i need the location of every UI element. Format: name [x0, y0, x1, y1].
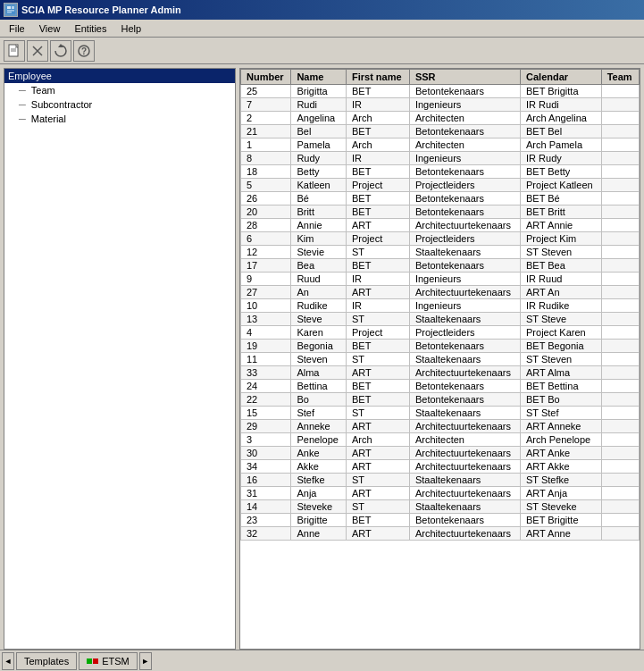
cell-number: 5 [241, 179, 291, 192]
cell-firstname: BET [346, 514, 409, 527]
cell-ssr: Projectleiders [409, 326, 520, 340]
tree-item-material[interactable]: ─ Material [15, 112, 235, 126]
cell-calendar: ART Annie [521, 219, 602, 232]
tree-item-employee[interactable]: Employee [4, 69, 235, 83]
cell-ssr: Architectuurtekenaars [409, 487, 520, 500]
table-row[interactable]: 25BrigittaBETBetontekenaarsBET Brigitta [241, 85, 640, 98]
table-row[interactable]: 22BoBETBetontekenaarsBET Bo [241, 393, 640, 407]
table-row[interactable]: 7RudiIRIngenieursIR Rudi [241, 98, 640, 112]
table-row[interactable]: 24BettinaBETBetontekenaarsBET Bettina [241, 380, 640, 393]
cell-calendar: ART Anneke [521, 420, 602, 433]
table-row[interactable]: 20BrittBETBetontekenaarsBET Britt [241, 205, 640, 219]
cell-number: 34 [241, 460, 291, 474]
col-header-ssr: SSR [409, 70, 520, 85]
cell-name: Begonia [291, 340, 347, 353]
etsm-tab[interactable]: ETSM [79, 652, 138, 670]
material-label: Material [31, 113, 66, 124]
table-row[interactable]: 26BéBETBetontekenaarsBET Bé [241, 192, 640, 205]
tree-item-subcontractor[interactable]: ─ Subcontractor [15, 97, 235, 112]
table-row[interactable]: 3PenelopeArchArchitectenArch Penelope [241, 433, 640, 447]
col-header-team: Team [601, 70, 639, 85]
table-row[interactable]: 2AngelinaArchArchitectenArch Angelina [241, 112, 640, 125]
cell-team [601, 219, 639, 232]
cell-name: Rudike [291, 299, 347, 313]
table-row[interactable]: 30AnkeARTArchitectuurtekenaarsART Anke [241, 447, 640, 460]
table-row[interactable]: 13SteveSTStaaltekenaarsST Steve [241, 313, 640, 326]
table-row[interactable]: 34AkkeARTArchitectuurtekenaarsART Akke [241, 460, 640, 474]
cell-ssr: Architectuurtekenaars [409, 366, 520, 380]
cell-team [601, 447, 639, 460]
cell-team [601, 527, 639, 541]
cell-calendar: IR Rudy [521, 152, 602, 165]
cell-ssr: Betontekenaars [409, 380, 520, 393]
table-row[interactable]: 33AlmaARTArchitectuurtekenaarsART Alma [241, 366, 640, 380]
table-row[interactable]: 18BettyBETBetontekenaarsBET Betty [241, 165, 640, 179]
cell-number: 10 [241, 299, 291, 313]
cell-name: Steve [291, 313, 347, 326]
cell-firstname: BET [346, 259, 409, 273]
menu-help[interactable]: Help [113, 21, 148, 36]
table-row[interactable]: 10RudikeIRIngenieursIR Rudike [241, 299, 640, 313]
new-button[interactable] [4, 40, 25, 62]
cell-calendar: ART Anke [521, 447, 602, 460]
cell-team [601, 393, 639, 407]
table-row[interactable]: 23BrigitteBETBetontekenaarsBET Brigitte [241, 514, 640, 527]
table-row[interactable]: 6KimProjectProjectleidersProject Kim [241, 232, 640, 246]
menu-view[interactable]: View [32, 21, 68, 36]
scroll-left-button[interactable]: ◄ [2, 652, 14, 670]
help-button[interactable]: ? [73, 40, 95, 62]
cell-firstname: ST [346, 313, 409, 326]
table-row[interactable]: 8RudyIRIngenieursIR Rudy [241, 152, 640, 165]
cell-name: Stef [291, 407, 347, 420]
table-row[interactable]: 1PamelaArchArchitectenArch Pamela [241, 138, 640, 152]
table-row[interactable]: 14StevekeSTStaaltekenaarsST Steveke [241, 500, 640, 514]
table-row[interactable]: 31AnjaARTArchitectuurtekenaarsART Anja [241, 487, 640, 500]
cell-number: 21 [241, 125, 291, 138]
refresh-button[interactable] [50, 40, 71, 62]
col-header-number: Number [241, 70, 291, 85]
table-row[interactable]: 21BelBETBetontekenaarsBET Bel [241, 125, 640, 138]
table-row[interactable]: 5KatleenProjectProjectleidersProject Kat… [241, 179, 640, 192]
cell-team [601, 500, 639, 514]
cell-number: 4 [241, 326, 291, 340]
table-row[interactable]: 11StevenSTStaaltekenaarsST Steven [241, 353, 640, 366]
close-button[interactable] [27, 40, 48, 62]
cell-calendar: Arch Pamela [521, 138, 602, 152]
cell-number: 7 [241, 98, 291, 112]
table-row[interactable]: 27AnARTArchitectuurtekenaarsART An [241, 286, 640, 299]
cell-ssr: Betontekenaars [409, 125, 520, 138]
cell-team [601, 353, 639, 366]
table-row[interactable]: 28AnnieARTArchitectuurtekenaarsART Annie [241, 219, 640, 232]
table-row[interactable]: 19BegoniaBETBetontekenaarsBET Begonia [241, 340, 640, 353]
table-row[interactable]: 16StefkeSTStaaltekenaarsST Stefke [241, 474, 640, 487]
table-row[interactable]: 15StefSTStaaltekenaarsST Stef [241, 407, 640, 420]
table-row[interactable]: 32AnneARTArchitectuurtekenaarsART Anne [241, 527, 640, 541]
tree-item-team[interactable]: ─ Team [15, 83, 235, 97]
menu-file[interactable]: File [2, 21, 32, 36]
scroll-right-button[interactable]: ► [139, 652, 152, 670]
cell-number: 14 [241, 500, 291, 514]
table-row[interactable]: 29AnnekeARTArchitectuurtekenaarsART Anne… [241, 420, 640, 433]
templates-tab[interactable]: Templates [16, 652, 77, 670]
cell-number: 13 [241, 313, 291, 326]
table-row[interactable]: 9RuudIRIngenieursIR Ruud [241, 273, 640, 286]
cell-calendar: ART Alma [521, 366, 602, 380]
cell-firstname: IR [346, 98, 409, 112]
cell-name: Alma [291, 366, 347, 380]
cell-number: 6 [241, 232, 291, 246]
table-row[interactable]: 12StevieSTStaaltekenaarsST Steven [241, 246, 640, 259]
title-bar: SCIA MP Resource Planner Admin [0, 0, 644, 20]
cell-calendar: Project Katleen [521, 179, 602, 192]
cell-firstname: ART [346, 487, 409, 500]
right-panel: Number Name First name SSR Calendar Team… [239, 68, 640, 650]
app-icon [4, 3, 18, 17]
table-row[interactable]: 17BeaBETBetontekenaarsBET Bea [241, 259, 640, 273]
cell-ssr: Staaltekenaars [409, 474, 520, 487]
menu-entities[interactable]: Entities [67, 21, 113, 36]
cell-name: Anja [291, 487, 347, 500]
cell-calendar: BET Bo [521, 393, 602, 407]
cell-number: 9 [241, 273, 291, 286]
table-row[interactable]: 4KarenProjectProjectleidersProject Karen [241, 326, 640, 340]
cell-number: 25 [241, 85, 291, 98]
cell-team [601, 232, 639, 246]
